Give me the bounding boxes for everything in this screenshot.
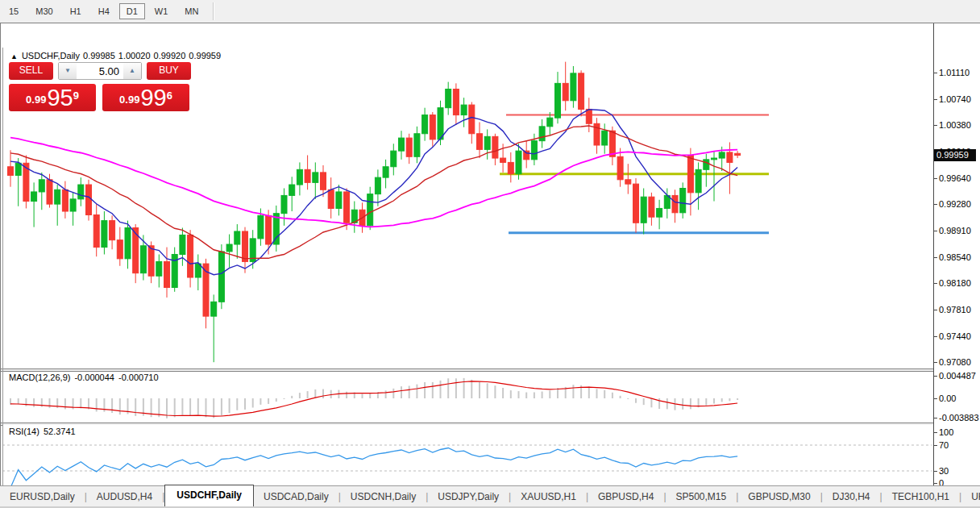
axis-tick (934, 231, 937, 231)
timeframe-button-15[interactable]: 15 (2, 3, 26, 19)
trading-terminal: 15M30H1H4D1W1MN ▲USDCHF,Daily0.999851.00… (0, 0, 980, 508)
macd-axis-label: 0.00 (939, 393, 956, 403)
macd-axis-label: -0.003883 (939, 413, 979, 423)
timeframe-button-m30[interactable]: M30 (28, 3, 60, 19)
rsi-panel-canvas[interactable] (2, 425, 933, 489)
chart-tab-usdcad-daily[interactable]: USDCAD,Daily (254, 488, 338, 506)
buy-button[interactable]: BUY (147, 62, 191, 80)
axis-tick (934, 310, 937, 310)
chart-tab-tech100-h1[interactable]: TECH100,H1 (882, 488, 959, 506)
price-axis-label: 0.98180 (939, 278, 971, 288)
buy-price-big: 99 (140, 87, 166, 109)
axis-tick (934, 445, 937, 446)
chart-window: ▲USDCHF,Daily0.999851.000200.999200.9995… (0, 23, 980, 485)
chart-tab-sp500-m15[interactable]: SP500,M15 (666, 488, 737, 506)
timeframe-button-d1[interactable]: D1 (119, 3, 145, 19)
legend-high: 1.00020 (118, 51, 151, 60)
buy-price-pip: 6 (167, 84, 172, 108)
collapse-chart-icon[interactable]: ▲ (10, 52, 18, 60)
price-axis[interactable]: 1.011101.007401.003801.000100.996400.992… (934, 23, 980, 489)
macd-axis-label: 0.004487 (939, 371, 976, 381)
price-axis-label: 1.00380 (939, 120, 971, 130)
current-price-tag: 0.99959 (934, 149, 976, 161)
rsi-axis-label: 30 (939, 466, 949, 476)
axis-divider (933, 23, 934, 489)
chart-tab-usdcnh-daily[interactable]: USDCNH,Daily (341, 488, 426, 506)
axis-tick (934, 125, 937, 126)
rsi-value: 52.3741 (44, 427, 76, 436)
sell-price-prefix: 0.99 (26, 91, 46, 109)
axis-tick (934, 178, 937, 179)
axis-tick (934, 73, 937, 73)
price-axis-label: 0.99280 (939, 199, 971, 209)
buy-price-tile[interactable]: 0.99 99 6 (102, 84, 189, 111)
legend-low: 0.99920 (154, 51, 186, 60)
axis-tick (934, 204, 937, 205)
buy-price-prefix: 0.99 (119, 91, 139, 109)
volume-stepper: ▼ ▲ (58, 62, 142, 80)
axis-tick (934, 362, 937, 363)
axis-tick (934, 483, 937, 484)
axis-tick (934, 336, 937, 337)
price-axis-label: 0.97810 (939, 305, 971, 314)
timeframe-button-h1[interactable]: H1 (63, 3, 89, 19)
axis-tick (934, 471, 937, 472)
toolbar-separator (213, 2, 214, 20)
timeframe-button-w1[interactable]: W1 (147, 3, 176, 19)
legend-open: 0.99985 (83, 51, 115, 60)
timeframe-button-h4[interactable]: H4 (91, 3, 117, 19)
timeframe-toolbar: 15M30H1H4D1W1MN (0, 0, 980, 23)
price-axis-label: 0.97080 (939, 357, 971, 367)
volume-increase-icon[interactable]: ▲ (123, 63, 141, 79)
chart-tab-xauusd-h1[interactable]: XAUUSD,H1 (511, 488, 586, 506)
chart-tab-bar: EURUSD,Daily|AUDUSD,H4|USDCHF,DailyUSDCA… (0, 485, 980, 508)
volume-decrease-icon[interactable]: ▼ (59, 63, 77, 79)
chart-left-frame (2, 48, 4, 489)
chart-legend: ▲USDCHF,Daily0.999851.000200.999200.9995… (10, 51, 221, 60)
sell-price-pip: 9 (73, 84, 79, 108)
axis-tick (934, 418, 937, 418)
axis-tick (934, 257, 937, 258)
macd-legend: MACD(12,26,9)-0.000044-0.000710 (9, 373, 159, 382)
chart-tab-usdchf-daily[interactable]: USDCHF,Daily (164, 485, 254, 506)
chart-tab-dj30-h4[interactable]: DJ30,H4 (823, 488, 880, 506)
sell-price-tile[interactable]: 0.99 95 9 (9, 84, 96, 111)
sell-button[interactable]: SELL (9, 62, 53, 80)
rsi-label: RSI(14) (9, 427, 39, 436)
price-axis-label: 1.00740 (939, 94, 971, 104)
chart-tab-gbpusd-m30[interactable]: GBPUSD,M30 (738, 488, 820, 506)
chart-tab-audusd-h4[interactable]: AUDUSD,H4 (87, 488, 162, 506)
price-axis-label: 0.98910 (939, 226, 971, 235)
legend-symbol: USDCHF,Daily (22, 51, 80, 60)
chart-tab-eurusd-daily[interactable]: EURUSD,Daily (0, 488, 85, 506)
axis-tick (934, 432, 937, 433)
macd-value-signal: -0.000710 (118, 373, 159, 382)
macd-value-main: -0.000044 (74, 373, 114, 382)
chart-tab-uko[interactable]: UKO (961, 488, 980, 506)
price-axis-label: 0.97440 (939, 331, 971, 341)
axis-tick (934, 376, 937, 377)
price-axis-label: 1.01110 (939, 68, 970, 77)
axis-tick (934, 398, 937, 399)
rsi-legend: RSI(14)52.3741 (9, 427, 76, 436)
timeframe-button-mn[interactable]: MN (177, 3, 206, 19)
chart-tab-gbpusd-h4[interactable]: GBPUSD,H4 (588, 488, 663, 506)
axis-tick (934, 99, 937, 100)
macd-label: MACD(12,26,9) (9, 373, 70, 382)
one-click-trade-panel: SELL ▼ ▲ BUY 0.99 95 9 0.99 99 6 (9, 62, 191, 111)
price-axis-label: 0.99640 (939, 173, 971, 183)
chart-tab-usdjpy-daily[interactable]: USDJPY,Daily (428, 488, 509, 506)
price-axis-label: 0.98540 (939, 252, 971, 262)
legend-close: 0.99959 (189, 51, 221, 60)
rsi-axis-label: 100 (939, 427, 953, 437)
rsi-axis-label: 70 (939, 440, 949, 450)
axis-tick (934, 283, 937, 284)
volume-input[interactable] (77, 63, 123, 79)
sell-price-big: 95 (47, 87, 73, 109)
